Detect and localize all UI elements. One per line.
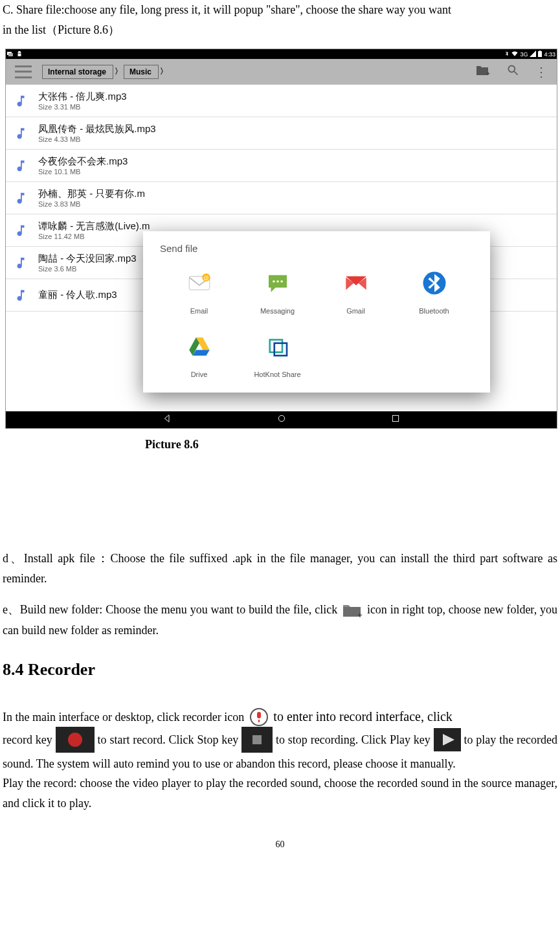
share-option-icon [342, 269, 370, 297]
new-folder-icon[interactable]: + [475, 63, 491, 80]
signal-badge: 3G [520, 51, 528, 58]
paragraph-text: in the list（Picture 8.6） [3, 20, 557, 40]
share-option-icon [421, 269, 448, 297]
share-option-icon: @ [186, 269, 213, 297]
breadcrumb-item[interactable]: Music [124, 65, 159, 79]
file-name: 童丽 - 伶人歌.mp3 [38, 289, 117, 301]
svg-text:@: @ [203, 275, 209, 281]
svg-point-11 [273, 280, 275, 283]
share-option-icon [186, 333, 213, 360]
file-size: Size 3.6 MB [38, 265, 137, 273]
paragraph-e: e、Build new folder: Choose the menu you … [3, 600, 557, 640]
music-file-icon [14, 256, 28, 270]
file-name: 今夜你会不会来.mp3 [38, 155, 128, 168]
svg-text:+: + [357, 610, 363, 619]
dialog-title: Send file [160, 243, 473, 254]
share-option-label: HotKnot Share [254, 371, 300, 378]
svg-rect-22 [269, 340, 282, 352]
recorder-app-icon [247, 707, 271, 727]
svg-line-7 [515, 72, 518, 75]
music-file-icon [14, 159, 28, 173]
svg-text:+: + [486, 69, 490, 76]
search-icon[interactable] [506, 63, 519, 80]
signal-icon [530, 51, 536, 58]
music-file-icon [14, 223, 28, 238]
file-size: Size 10.1 MB [38, 168, 128, 176]
file-name: 陶喆 - 今天没回家.mp3 [38, 253, 137, 265]
share-option-label: Drive [191, 371, 208, 378]
svg-rect-31 [252, 735, 262, 744]
music-file-icon [14, 94, 28, 108]
file-row[interactable]: 大张伟 - 倍儿爽.mp3 Size 3.31 MB [6, 85, 557, 117]
file-name: 孙楠、那英 - 只要有你.m [38, 188, 145, 200]
play-button-icon [434, 728, 461, 751]
file-size: Size 3.31 MB [38, 103, 127, 111]
file-name: 谭咏麟 - 无言感激(Live).m [38, 220, 150, 233]
overview-icon[interactable] [390, 413, 401, 426]
share-option-label: Gmail [346, 307, 365, 315]
android-status-icon [16, 51, 23, 58]
kebab-menu-icon[interactable]: ⋮ [535, 64, 548, 80]
svg-marker-32 [443, 734, 454, 746]
svg-rect-25 [392, 416, 398, 422]
svg-rect-23 [274, 343, 286, 356]
file-size: Size 11.42 MB [38, 233, 150, 240]
figure-caption: Picture 8.6 [3, 438, 557, 451]
file-size: Size 4.33 MB [38, 135, 156, 143]
svg-point-12 [276, 280, 279, 283]
music-file-icon [14, 288, 28, 302]
file-row[interactable]: 凤凰传奇 - 最炫民族风.mp3 Size 4.33 MB [6, 117, 557, 150]
section-heading: 8.4 Recorder [3, 660, 557, 679]
file-row[interactable]: 孙楠、那英 - 只要有你.m Size 3.83 MB [6, 182, 557, 214]
music-file-icon [14, 191, 28, 205]
share-option[interactable]: Bluetooth [395, 269, 473, 315]
recorder-paragraph: In the main interface or desktop, click … [3, 705, 557, 773]
svg-marker-2 [530, 51, 536, 57]
hamburger-icon[interactable] [15, 65, 32, 78]
paragraph-text: C. Share file:choose any file, long pres… [3, 0, 557, 20]
stop-button-icon [241, 727, 273, 753]
status-bar: 3G 4:33 [6, 49, 557, 59]
bluetooth-icon [504, 51, 510, 58]
wifi-icon [511, 51, 518, 58]
svg-point-24 [278, 416, 284, 422]
share-option[interactable]: HotKnot Share [238, 333, 317, 378]
svg-point-30 [68, 733, 82, 747]
breadcrumb-item[interactable]: Internal storage [42, 65, 113, 79]
share-option-label: Email [190, 307, 208, 315]
file-size: Size 3.83 MB [38, 200, 145, 208]
screenshot-figure: 3G 4:33 Internal storage 〉 Music 〉 + [5, 49, 557, 429]
battery-icon [538, 51, 542, 58]
home-icon[interactable] [276, 413, 287, 426]
music-file-icon [14, 126, 28, 141]
play-record-paragraph: Play the record: choose the video player… [3, 773, 557, 813]
share-option-label: Messaging [260, 307, 295, 315]
share-option[interactable]: Messaging [238, 269, 317, 315]
app-header: Internal storage 〉 Music 〉 + ⋮ [6, 59, 557, 85]
android-nav-bar [6, 411, 557, 428]
page-number: 60 [3, 839, 557, 850]
svg-rect-1 [8, 53, 13, 56]
file-row[interactable]: 今夜你会不会来.mp3 Size 10.1 MB [6, 150, 557, 182]
paragraph-d: d、Install apk file：Choose the file suffi… [3, 549, 557, 588]
file-name: 凤凰传奇 - 最炫民族风.mp3 [38, 123, 156, 135]
share-option[interactable]: Drive [160, 333, 238, 378]
share-option-label: Bluetooth [419, 307, 449, 315]
share-option-icon [264, 269, 291, 297]
share-dialog: Send file @ Email Messaging Gmail Blueto… [143, 231, 490, 393]
share-option-icon [264, 333, 291, 360]
share-option[interactable]: Gmail [317, 269, 395, 315]
record-button-icon [56, 727, 95, 753]
file-name: 大张伟 - 倍儿爽.mp3 [38, 91, 127, 103]
share-option[interactable]: @ Email [160, 269, 238, 315]
gallery-status-icon [7, 51, 14, 58]
svg-point-13 [280, 280, 283, 283]
clock: 4:33 [544, 51, 555, 58]
back-icon[interactable] [162, 413, 173, 426]
svg-rect-4 [539, 51, 541, 51]
file-list: 大张伟 - 倍儿爽.mp3 Size 3.31 MB 凤凰传奇 - 最炫民族风.… [6, 85, 557, 411]
breadcrumb: Internal storage 〉 Music 〉 [42, 65, 168, 79]
svg-rect-3 [538, 51, 542, 57]
svg-point-6 [508, 66, 515, 73]
folder-plus-icon: + [341, 600, 364, 619]
